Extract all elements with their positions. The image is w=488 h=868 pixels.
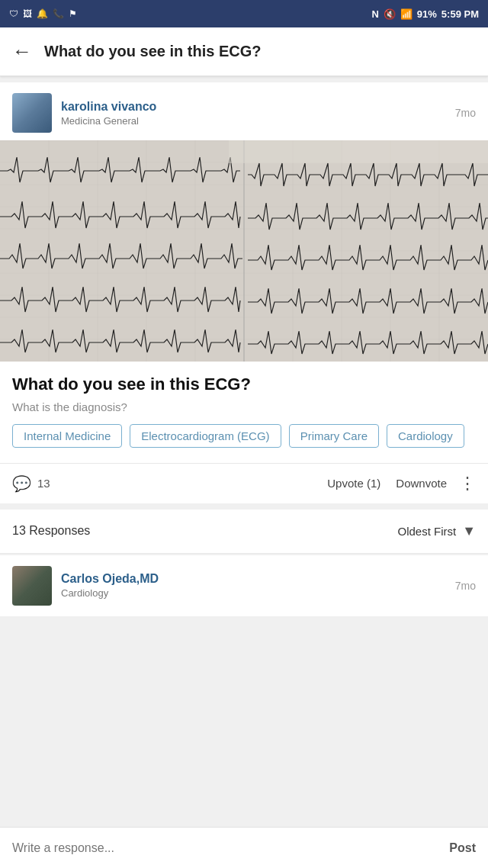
post-author-info: karolina vivanco Medicina General <box>12 93 156 133</box>
avatar-image <box>12 93 52 133</box>
response-author-details: Carlos Ojeda,MD Cardiology <box>61 572 159 599</box>
tags-container: Internal Medicine Electrocardiogram (ECG… <box>12 424 476 448</box>
author-details: karolina vivanco Medicina General <box>61 100 156 127</box>
tag-cardiology[interactable]: Cardiology <box>387 424 464 448</box>
wifi-icon: 📶 <box>400 8 413 20</box>
shield-icon: 🛡 <box>9 8 18 19</box>
downvote-button[interactable]: Downvote <box>396 477 447 490</box>
nfc-icon: N <box>371 8 378 20</box>
comments-action[interactable]: 💬 13 <box>12 474 50 493</box>
post-response-button[interactable]: Post <box>449 841 476 855</box>
response-author-name[interactable]: Carlos Ojeda,MD <box>61 572 159 586</box>
mute-icon: 🔇 <box>384 8 396 20</box>
image-icon: 🖼 <box>23 8 32 19</box>
sort-label: Oldest First <box>397 525 456 538</box>
phone-icon: 📞 <box>53 8 64 19</box>
responses-count: 13 Responses <box>12 524 90 538</box>
response-avatar <box>12 566 52 606</box>
avatar <box>12 93 52 133</box>
chevron-down-icon: ▼ <box>462 523 476 539</box>
flag-icon: ⚑ <box>69 8 77 19</box>
response-header: Carlos Ojeda,MD Cardiology 7mo <box>12 566 476 606</box>
clock: 5:59 PM <box>441 8 479 20</box>
main-content: karolina vivanco Medicina General 7mo <box>0 82 488 657</box>
svg-rect-22 <box>343 140 488 163</box>
back-button[interactable]: ← <box>12 40 32 63</box>
ecg-image <box>0 140 488 362</box>
status-bar-right: N 🔇 📶 91% 5:59 PM <box>371 8 479 20</box>
status-bar: 🛡 🖼 🔔 📞 ⚑ N 🔇 📶 91% 5:59 PM <box>0 0 488 27</box>
actions-bar: 💬 13 Upvote (1) Downvote ⋮ <box>0 463 488 503</box>
post-card: karolina vivanco Medicina General 7mo <box>0 82 488 503</box>
ecg-chart <box>0 140 488 362</box>
author-specialty: Medicina General <box>61 115 156 127</box>
post-body: What do you see in this ECG? What is the… <box>0 362 488 463</box>
question-title: What do you see in this ECG? <box>12 374 476 396</box>
author-name[interactable]: karolina vivanco <box>61 100 156 114</box>
upvote-button[interactable]: Upvote (1) <box>327 477 380 490</box>
svg-rect-21 <box>229 140 343 163</box>
tag-ecg[interactable]: Electrocardiogram (ECG) <box>130 424 281 448</box>
status-bar-left: 🛡 🖼 🔔 📞 ⚑ <box>9 8 77 19</box>
responses-header: 13 Responses Oldest First ▼ <box>0 510 488 554</box>
tag-primary-care[interactable]: Primary Care <box>289 424 379 448</box>
sort-selector[interactable]: Oldest First ▼ <box>397 523 476 539</box>
comments-count: 13 <box>37 477 50 490</box>
write-response-bar: Post <box>0 827 488 868</box>
post-header: karolina vivanco Medicina General 7mo <box>0 82 488 140</box>
notifications-icon: 🔔 <box>37 8 48 19</box>
write-response-input[interactable] <box>12 841 440 855</box>
battery-level: 91% <box>417 8 437 20</box>
question-subtitle: What is the diagnosis? <box>12 400 476 413</box>
response-time: 7mo <box>455 580 476 592</box>
app-bar: ← What do you see in this ECG? <box>0 27 488 76</box>
more-options-button[interactable]: ⋮ <box>459 475 476 492</box>
response-author-specialty: Cardiology <box>61 587 159 599</box>
tag-internal-medicine[interactable]: Internal Medicine <box>12 424 122 448</box>
page-title: What do you see in this ECG? <box>44 43 476 60</box>
comment-icon: 💬 <box>12 474 31 493</box>
response-avatar-image <box>12 566 52 606</box>
post-time: 7mo <box>455 107 476 119</box>
response-card: Carlos Ojeda,MD Cardiology 7mo <box>0 555 488 616</box>
response-author-info: Carlos Ojeda,MD Cardiology <box>12 566 159 606</box>
